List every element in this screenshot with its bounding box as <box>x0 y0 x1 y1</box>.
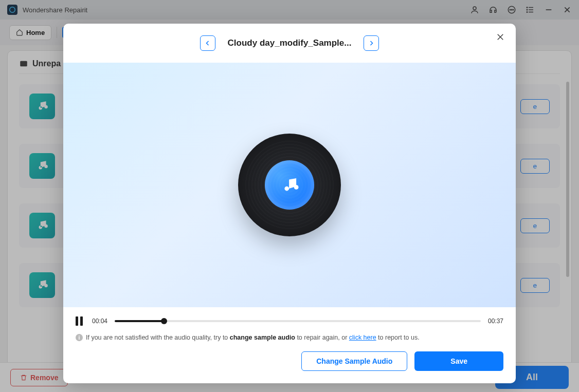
modal-overlay: Cloudy day_modify_Sample... 00:04 00:3 <box>0 0 579 392</box>
svg-point-22 <box>294 185 299 190</box>
close-icon <box>496 32 505 42</box>
prev-button[interactable] <box>200 35 215 51</box>
current-time: 00:04 <box>92 318 107 325</box>
preview-area <box>63 63 516 307</box>
chevron-right-icon <box>368 40 374 46</box>
progress-knob[interactable] <box>161 318 167 324</box>
info-icon: i <box>76 334 83 341</box>
hint-bold: change sample audio <box>230 334 295 341</box>
progress-fill <box>115 320 164 322</box>
total-time: 00:37 <box>488 318 503 325</box>
next-button[interactable] <box>364 35 379 51</box>
vinyl-record-icon <box>238 134 341 236</box>
hint-post: to report to us. <box>376 334 420 341</box>
quality-hint: i If you are not satisfied with the audi… <box>63 331 516 348</box>
modal-footer: Change Sample Audio Save <box>63 348 516 383</box>
close-button[interactable] <box>494 31 506 43</box>
audio-player: 00:04 00:37 <box>63 307 516 331</box>
modal-header: Cloudy day_modify_Sample... <box>63 24 516 63</box>
report-link[interactable]: click here <box>349 334 376 341</box>
music-note-icon <box>279 174 300 196</box>
hint-pre: If you are not satisfied with the audio … <box>86 334 230 341</box>
hint-mid: to repair again, or <box>295 334 349 341</box>
chevron-left-icon <box>205 40 211 46</box>
save-button[interactable]: Save <box>414 351 503 371</box>
change-sample-button[interactable]: Change Sample Audio <box>301 351 407 371</box>
pause-button[interactable] <box>76 316 85 326</box>
modal-title: Cloudy day_modify_Sample... <box>228 38 352 48</box>
progress-track[interactable] <box>115 320 481 322</box>
preview-modal: Cloudy day_modify_Sample... 00:04 00:3 <box>63 24 516 383</box>
